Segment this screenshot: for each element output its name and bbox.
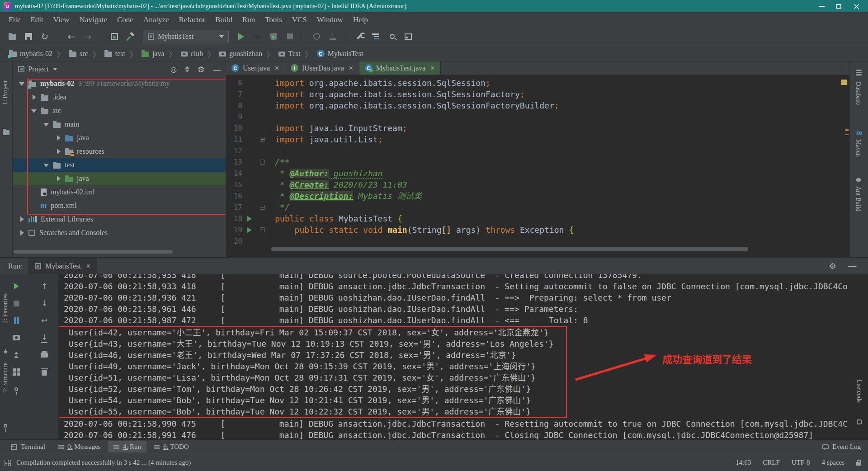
line-ending-selector[interactable]: CRLF (763, 459, 780, 466)
menu-item-tools[interactable]: Tools (260, 14, 287, 26)
toolwindow-run[interactable]: 4: Run (108, 441, 146, 452)
menu-item-refactor[interactable]: Refactor (174, 14, 211, 26)
editor-tab-mybatistest.java[interactable]: CMybatisTest.java✕ (359, 61, 441, 75)
code-editor-area[interactable]: 6import org.apache.ibatis.session.SqlSes… (226, 75, 849, 257)
breadcrumb-item-java[interactable]: java (140, 49, 166, 59)
soft-wrap-icon[interactable]: ↩ (39, 315, 50, 326)
chevron-collapsed-icon[interactable] (31, 94, 37, 100)
screenshot-icon[interactable] (11, 332, 22, 343)
debug-icon[interactable] (251, 31, 263, 42)
run-config-selector[interactable]: MybatisTest (143, 30, 229, 43)
menu-item-analyze[interactable]: Analyze (138, 14, 174, 26)
breadcrumb-item-club[interactable]: club (179, 49, 205, 59)
chevron-collapsed-icon[interactable] (56, 135, 61, 141)
close-icon[interactable]: ✕ (430, 65, 435, 71)
project-structure-icon[interactable] (370, 31, 382, 42)
coverage-icon[interactable] (268, 31, 279, 42)
menu-item-edit[interactable]: Edit (25, 14, 48, 26)
clear-console-icon[interactable] (39, 367, 50, 377)
tree-row-src[interactable]: src (13, 104, 226, 118)
sidebar-item-ant-build[interactable]: Ant Build (854, 186, 862, 212)
run-window-icon[interactable] (108, 31, 120, 42)
save-all-icon[interactable] (23, 31, 34, 42)
readonly-lock-icon[interactable] (856, 462, 861, 466)
down-stack-icon[interactable]: ↓ (39, 298, 50, 309)
hide-panel-icon[interactable]: — (848, 261, 856, 271)
fold-marker-icon[interactable] (260, 137, 265, 142)
menu-item-view[interactable]: View (48, 14, 75, 26)
chevron-expanded-icon[interactable] (43, 162, 49, 168)
sidebar-item-maven[interactable]: Maven (854, 139, 862, 157)
restore-layout-icon[interactable] (11, 349, 22, 360)
breadcrumb-item-src[interactable]: src (67, 49, 90, 59)
project-horizontal-scrollbar[interactable] (14, 250, 173, 254)
menu-item-code[interactable]: Code (112, 14, 138, 26)
run-icon[interactable] (235, 31, 247, 42)
menu-item-file[interactable]: File (4, 14, 25, 26)
menu-item-window[interactable]: Window (312, 14, 348, 26)
tool-windows-icon[interactable] (402, 31, 414, 42)
stop-icon[interactable] (11, 298, 22, 309)
menu-item-vcs[interactable]: VCS (287, 14, 312, 26)
chevron-down-icon[interactable] (53, 68, 57, 71)
menu-item-run[interactable]: Run (237, 14, 260, 26)
tree-row-resources[interactable]: resources (13, 145, 226, 158)
open-folder-icon[interactable] (6, 31, 18, 42)
chevron-collapsed-icon[interactable] (19, 230, 24, 236)
build-hammer-icon[interactable] (125, 31, 137, 42)
close-icon[interactable]: ✕ (86, 263, 91, 269)
project-panel-title[interactable]: Project (28, 65, 48, 73)
close-icon[interactable]: ✕ (349, 65, 354, 71)
sidebar-item-leetcode[interactable]: Leetcode (855, 380, 863, 403)
chevron-collapsed-icon[interactable] (56, 149, 61, 154)
forward-icon[interactable]: → (82, 31, 94, 42)
pin-icon[interactable] (11, 384, 22, 395)
stop-icon[interactable] (284, 31, 296, 42)
settings-wrench-icon[interactable] (354, 31, 365, 42)
breadcrumb-item-mybatistest[interactable]: CMybatisTest (315, 49, 365, 59)
hide-panel-icon[interactable]: — (213, 65, 221, 74)
gear-icon[interactable]: ⚙ (829, 261, 836, 271)
pause-output-icon[interactable] (11, 315, 22, 326)
breadcrumb-item-test[interactable]: Test (277, 49, 302, 59)
breadcrumb-item-guoshizhan[interactable]: guoshizhan (217, 49, 264, 59)
indent-selector[interactable]: 4 spaces (822, 459, 844, 466)
gear-icon[interactable]: ⚙ (198, 65, 205, 74)
tree-row-java[interactable]: java (13, 172, 226, 185)
chevron-expanded-icon[interactable] (19, 81, 24, 86)
fold-marker-icon[interactable] (260, 227, 265, 232)
locate-file-icon[interactable]: ◎ (170, 65, 177, 74)
toolwindow-messages[interactable]: 0: Messages (52, 441, 106, 452)
tree-row-mybatis-02-iml[interactable]: mybatis-02.iml (13, 185, 226, 199)
chevron-expanded-icon[interactable] (43, 122, 49, 127)
tree-row-java[interactable]: java (13, 131, 226, 145)
menu-item-navigate[interactable]: Navigate (75, 14, 112, 26)
back-icon[interactable]: ← (66, 31, 77, 42)
event-log-button[interactable]: Event Log (832, 443, 861, 451)
tree-row-external-libraries[interactable]: External Libraries (13, 212, 226, 226)
run-gutter-icon[interactable] (247, 216, 252, 221)
maximize-button[interactable] (836, 4, 841, 9)
close-icon[interactable]: ✕ (274, 65, 279, 71)
tree-row-scratches-and-consoles[interactable]: Scratches and Consoles (13, 226, 226, 240)
sidebar-item-database[interactable]: Database (854, 82, 862, 105)
tree-row-test[interactable]: test (13, 158, 226, 172)
fold-marker-icon[interactable] (260, 160, 265, 165)
toolwindow-toggle-icon[interactable] (5, 460, 11, 466)
profiler-icon[interactable] (311, 31, 322, 42)
menu-item-build[interactable]: Build (210, 14, 237, 26)
caret-position[interactable]: 14:63 (736, 459, 751, 466)
breadcrumb-item-test[interactable]: test (103, 49, 127, 59)
tree-row--idea[interactable]: .idea (13, 90, 226, 104)
up-stack-icon[interactable]: ↑ (39, 281, 50, 292)
run-gutter-icon[interactable] (247, 227, 252, 233)
tree-row-mybatis-02[interactable]: mybatis-02F:\99-Frameworks\Mybatis\my (13, 77, 226, 90)
editor-horizontal-scrollbar[interactable] (271, 247, 748, 251)
scroll-to-end-icon[interactable]: ↓ (39, 332, 50, 343)
toolwindow-todo[interactable]: 6: TODO (148, 441, 194, 452)
collapse-all-icon[interactable] (185, 66, 189, 72)
chevron-expanded-icon[interactable] (31, 108, 37, 113)
search-everywhere-icon[interactable] (386, 31, 398, 42)
encoding-selector[interactable]: UTF-8 (792, 459, 810, 466)
close-button[interactable]: × (853, 3, 860, 9)
